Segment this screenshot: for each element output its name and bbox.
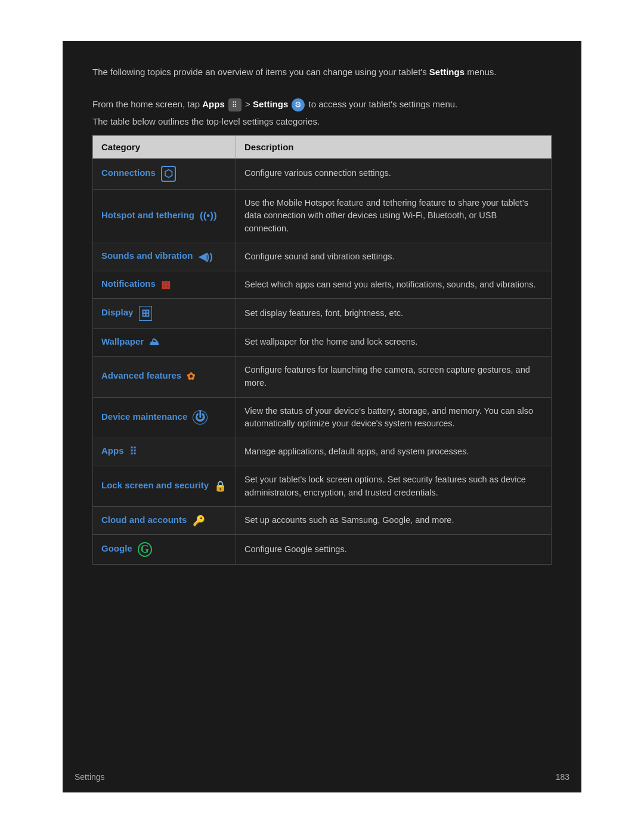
category-cell: Sounds and vibration ◀)) <box>93 243 236 271</box>
settings-word: Settings <box>253 99 288 109</box>
category-icon: ⠿ <box>129 445 137 458</box>
table-row: Hotspot and tethering ((•))Use the Mobil… <box>93 189 552 243</box>
table-row: Google GConfigure Google settings. <box>93 535 552 565</box>
category-cell: Hotspot and tethering ((•)) <box>93 189 236 243</box>
category-cell: Wallpaper ⛰ <box>93 329 236 357</box>
category-label: Display <box>101 308 133 318</box>
category-icon: ((•)) <box>200 210 217 222</box>
description-cell: Select which apps can send you alerts, n… <box>236 271 552 299</box>
category-cell: Cloud and accounts 🔑 <box>93 507 236 535</box>
table-row: Apps ⠿Manage applications, default apps,… <box>93 438 552 466</box>
description-cell: Set display features, font, brightness, … <box>236 299 552 329</box>
category-label: Google <box>101 544 132 554</box>
category-label: Device maintenance <box>101 411 187 422</box>
table-row: Device maintenance ⏻View the status of y… <box>93 397 552 438</box>
category-cell: Lock screen and security 🔒 <box>93 466 236 507</box>
footer-page-number: 183 <box>556 772 569 782</box>
intro-text: The following topics provide an overview… <box>92 65 552 79</box>
category-icon: G <box>138 542 152 557</box>
table-row: Sounds and vibration ◀))Configure sound … <box>93 243 552 271</box>
col-description: Description <box>236 135 552 158</box>
description-cell: Set wallpaper for the home and lock scre… <box>236 329 552 357</box>
settings-table: Category Description Connections ⬡Config… <box>92 135 552 565</box>
category-icon: ⏻ <box>193 410 208 425</box>
table-row: Connections ⬡Configure various connectio… <box>93 158 552 189</box>
description-cell: Configure various connection settings. <box>236 158 552 189</box>
table-note: The table below outlines the top-level s… <box>92 116 552 126</box>
description-cell: View the status of your device's battery… <box>236 397 552 438</box>
from-home-prefix: From the home screen, tap <box>92 99 200 109</box>
category-label: Notifications <box>101 278 156 289</box>
category-label: Advanced features <box>101 371 181 381</box>
category-label: Connections <box>101 168 156 178</box>
apps-icon: ⠿ <box>228 98 242 112</box>
category-label: Apps <box>101 446 124 456</box>
category-icon: ⊞ <box>139 306 152 321</box>
category-icon: 🔑 <box>193 515 205 527</box>
category-icon: ⛰ <box>149 336 159 348</box>
category-cell: Display ⊞ <box>93 299 236 329</box>
category-icon: ▦ <box>161 278 171 291</box>
apps-word: Apps <box>202 99 225 109</box>
from-home-text: From the home screen, tap Apps ⠿ > Setti… <box>92 97 552 112</box>
description-cell: Configure sound and vibration settings. <box>236 243 552 271</box>
table-header-row: Category Description <box>93 135 552 158</box>
category-label: Sounds and vibration <box>101 251 193 261</box>
settings-icon: ⚙ <box>292 98 305 112</box>
table-row: Display ⊞Set display features, font, bri… <box>93 299 552 329</box>
description-cell: Manage applications, default apps, and s… <box>236 438 552 466</box>
table-row: Lock screen and security 🔒Set your table… <box>93 466 552 507</box>
arrow: > <box>245 99 253 109</box>
category-icon: 🔒 <box>214 480 227 493</box>
intro-bold: Settings <box>429 67 465 77</box>
description-cell: Configure features for launching the cam… <box>236 357 552 398</box>
category-cell: Notifications ▦ <box>93 271 236 299</box>
category-icon: ◀)) <box>199 250 213 263</box>
footer-label: Settings <box>75 772 105 782</box>
category-cell: Device maintenance ⏻ <box>93 397 236 438</box>
description-cell: Configure Google settings. <box>236 535 552 565</box>
description-cell: Set up accounts such as Samsung, Google,… <box>236 507 552 535</box>
table-row: Cloud and accounts 🔑Set up accounts such… <box>93 507 552 535</box>
category-label: Lock screen and security <box>101 481 209 491</box>
category-label: Hotspot and tethering <box>101 210 194 220</box>
category-icon: ⬡ <box>161 166 176 182</box>
category-cell: Google G <box>93 535 236 565</box>
table-row: Notifications ▦Select which apps can sen… <box>93 271 552 299</box>
category-icon: ✿ <box>187 370 195 383</box>
description-cell: Set your tablet's lock screen options. S… <box>236 466 552 507</box>
to-access-text: to access your tablet's settings menu. <box>309 99 458 109</box>
table-row: Wallpaper ⛰Set wallpaper for the home an… <box>93 329 552 357</box>
category-cell: Apps ⠿ <box>93 438 236 466</box>
table-row: Advanced features ✿Configure features fo… <box>93 357 552 398</box>
description-cell: Use the Mobile Hotspot feature and tethe… <box>236 189 552 243</box>
category-label: Cloud and accounts <box>101 515 187 525</box>
category-cell: Connections ⬡ <box>93 158 236 189</box>
col-category: Category <box>93 135 236 158</box>
page-footer: Settings 183 <box>63 772 581 782</box>
category-cell: Advanced features ✿ <box>93 357 236 398</box>
page-container: The following topics provide an overview… <box>63 41 581 792</box>
category-label: Wallpaper <box>101 336 144 346</box>
